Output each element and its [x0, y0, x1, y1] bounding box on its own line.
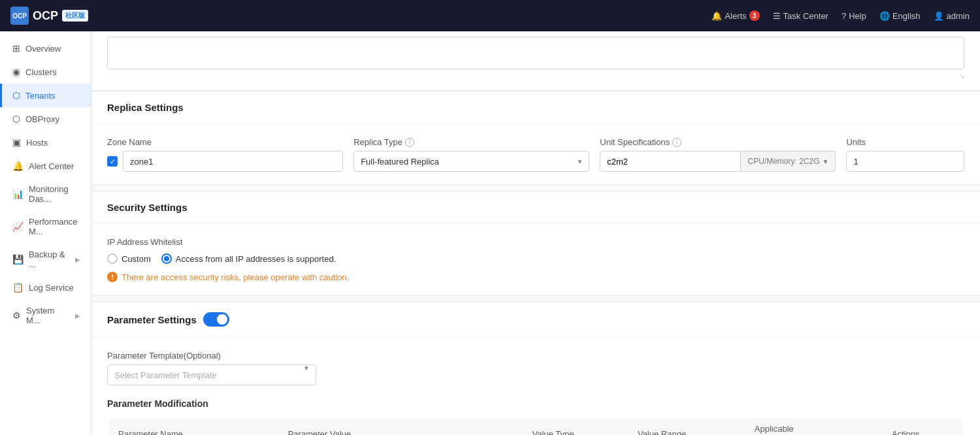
- sidebar-item-label: Backup & ...: [29, 250, 70, 269]
- sidebar-item-label: Clusters: [25, 67, 80, 77]
- language-label: English: [892, 11, 921, 21]
- log-service-icon: 📋: [12, 282, 24, 293]
- topnav: OCP OCP 社区版 🔔 Alerts 3 ☰ Task Center ? H…: [0, 0, 980, 31]
- main-content: ↘ Replica Settings Zone Name ✓: [91, 31, 980, 435]
- unit-spec-info-icon[interactable]: i: [672, 138, 681, 147]
- sidebar-item-label: Alert Center: [29, 161, 80, 171]
- task-center-button[interactable]: ☰ Task Center: [773, 11, 828, 21]
- param-template-select-wrap: Select Parameter Template ▼: [107, 364, 316, 385]
- unit-spec-tag-text: CPU/Memory: 2C2G: [747, 157, 819, 166]
- units-input[interactable]: [846, 151, 964, 172]
- zone-name-label-text: Zone Name: [107, 137, 152, 147]
- sidebar-item-performance[interactable]: 📈 Performance M...: [0, 210, 91, 243]
- warning-text: There are access security risks, please …: [122, 272, 349, 282]
- parameter-settings-toggle[interactable]: [203, 312, 229, 327]
- hosts-icon: ▣: [12, 137, 21, 148]
- chevron-right-icon: ▶: [75, 256, 80, 263]
- community-badge: 社区版: [62, 10, 88, 22]
- main-layout: ⊞ Overview ◉ Clusters ⬡ Tenants ⬡ OBProx…: [0, 31, 980, 435]
- task-icon: ☰: [773, 11, 781, 21]
- sidebar-item-monitoring[interactable]: 📊 Monitoring Das...: [0, 178, 91, 210]
- access-all-radio-circle: [161, 253, 172, 264]
- sidebar-item-log-service[interactable]: 📋 Log Service: [0, 276, 91, 299]
- sidebar-item-system-m[interactable]: ⚙ System M... ▶: [0, 299, 91, 332]
- chevron-down-icon: ▼: [823, 158, 829, 165]
- sidebar-item-backup[interactable]: 💾 Backup & ... ▶: [0, 243, 91, 276]
- custom-radio-option[interactable]: Custom: [107, 253, 151, 264]
- sidebar-item-label: System M...: [26, 306, 70, 325]
- description-textarea[interactable]: [107, 37, 964, 69]
- sidebar-item-hosts[interactable]: ▣ Hosts: [0, 131, 91, 154]
- replica-type-label-text: Replica Type: [353, 137, 402, 147]
- unit-spec-input[interactable]: [600, 151, 741, 172]
- help-icon: ?: [841, 11, 846, 21]
- parameter-settings-title-text: Parameter Settings: [107, 314, 197, 325]
- table-header-row: Parameter Name Parameter Value Value Typ…: [108, 417, 964, 436]
- zone-name-row: ✓: [107, 151, 343, 172]
- topnav-actions: 🔔 Alerts 3 ☰ Task Center ? Help 🌐 Englis…: [711, 10, 970, 21]
- replica-type-info-icon[interactable]: i: [405, 138, 414, 147]
- zone-name-input[interactable]: [123, 151, 343, 172]
- param-value-header: Parameter Value: [278, 417, 522, 436]
- sidebar: ⊞ Overview ◉ Clusters ⬡ Tenants ⬡ OBProx…: [0, 31, 91, 435]
- language-button[interactable]: 🌐 English: [879, 11, 921, 21]
- zone-name-field: Zone Name ✓: [107, 137, 343, 172]
- param-template-label: Parameter Template(Optional): [107, 351, 964, 361]
- security-settings-section: Security Settings IP Address Whitelist C…: [91, 191, 980, 296]
- sidebar-item-label: Hosts: [26, 138, 80, 148]
- sidebar-item-obproxy[interactable]: ⬡ OBProxy: [0, 107, 91, 131]
- alerts-button[interactable]: 🔔 Alerts 3: [711, 10, 759, 21]
- replica-type-select[interactable]: Full-featured Replica Read-only Replica …: [353, 151, 589, 172]
- custom-radio-circle: [107, 253, 118, 264]
- replica-type-label: Replica Type i: [353, 137, 589, 147]
- applicable-tenant-mode-header: ApplicableTenant Mode ?: [744, 417, 881, 436]
- param-template-select[interactable]: Select Parameter Template: [107, 364, 316, 385]
- task-center-label: Task Center: [783, 11, 828, 21]
- monitoring-icon: 📊: [12, 189, 24, 199]
- sidebar-item-label: Monitoring Das...: [29, 184, 80, 204]
- backup-icon: 💾: [12, 254, 24, 265]
- sidebar-item-label: Performance M...: [29, 217, 80, 236]
- unit-spec-tag[interactable]: CPU/Memory: 2C2G ▼: [741, 151, 836, 172]
- sidebar-item-label: Log Service: [29, 283, 80, 293]
- bell-icon: 🔔: [711, 11, 722, 21]
- param-name-header: Parameter Name: [108, 417, 278, 436]
- zone-checkbox[interactable]: ✓: [107, 156, 118, 167]
- sidebar-item-label: Overview: [25, 44, 80, 54]
- replica-grid: Zone Name ✓ Replica Type i: [107, 137, 964, 172]
- logo-text: OCP: [33, 9, 58, 23]
- unit-spec-label: Unit Specifications i: [600, 137, 836, 147]
- replica-settings-title-text: Replica Settings: [107, 102, 184, 113]
- replica-settings-section: Replica Settings Zone Name ✓: [91, 91, 980, 185]
- logo[interactable]: OCP OCP 社区版: [10, 7, 88, 25]
- parameter-table: Parameter Name Parameter Value Value Typ…: [107, 417, 964, 435]
- admin-label: admin: [947, 11, 970, 21]
- warning-icon: !: [107, 272, 118, 282]
- obproxy-icon: ⬡: [12, 114, 20, 124]
- user-icon: 👤: [934, 11, 944, 21]
- sidebar-item-alert-center[interactable]: 🔔 Alert Center: [0, 154, 91, 178]
- replica-settings-title: Replica Settings: [107, 102, 964, 113]
- parameter-settings-header: Parameter Settings: [91, 302, 980, 338]
- alert-count-badge: 3: [749, 10, 760, 21]
- logo-icon: OCP: [10, 7, 29, 25]
- sidebar-item-clusters[interactable]: ◉ Clusters: [0, 60, 91, 84]
- help-button[interactable]: ? Help: [841, 11, 866, 21]
- access-all-radio-option[interactable]: Access from all IP addresses is supporte…: [161, 253, 336, 264]
- units-label-text: Units: [846, 137, 866, 147]
- sidebar-item-overview[interactable]: ⊞ Overview: [0, 37, 91, 60]
- unit-spec-label-text: Unit Specifications: [600, 137, 670, 147]
- sidebar-item-label: OBProxy: [25, 114, 80, 124]
- performance-icon: 📈: [12, 221, 24, 232]
- replica-type-field: Replica Type i Full-featured Replica Rea…: [353, 137, 589, 172]
- sidebar-item-tenants[interactable]: ⬡ Tenants: [0, 84, 91, 107]
- replica-type-select-wrap: Full-featured Replica Read-only Replica …: [353, 151, 589, 172]
- tenants-icon: ⬡: [12, 90, 20, 101]
- globe-icon: 🌐: [879, 11, 890, 21]
- admin-button[interactable]: 👤 admin: [934, 11, 970, 21]
- security-settings-title: Security Settings: [107, 202, 964, 213]
- clusters-icon: ◉: [12, 67, 20, 77]
- value-type-header: Value Type: [522, 417, 627, 436]
- value-range-header: Value Range: [627, 417, 744, 436]
- replica-settings-body: Zone Name ✓ Replica Type i: [91, 124, 980, 185]
